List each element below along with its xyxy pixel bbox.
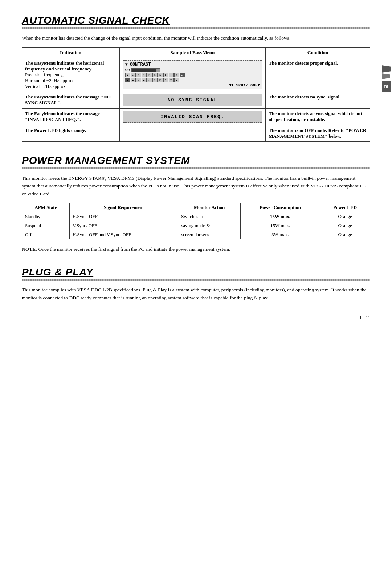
row4-condition-text: The monitor is in OFF mode. Refer to "PO… [269, 128, 366, 139]
power-row2-led: Orange [320, 221, 370, 230]
power-row-2: Suspend V.Sync. OFF saving mode & 15W ma… [22, 221, 370, 230]
row2-indication: The EasyMenu indicates the message "NO S… [22, 92, 120, 108]
easymenu-icons-row-2: ■ ◆ ◎ ◉ ○ M P S T ▬ [125, 78, 260, 82]
icon-11: ▰ [180, 73, 185, 77]
power-row1-led: Orange [320, 212, 370, 221]
easymenu-bar-bg [131, 68, 160, 72]
row2-condition: The monitor detects no sync. signal. [266, 92, 370, 108]
power-row2-state: Suspend [22, 221, 70, 230]
power-row3-consumption: 3W max. [241, 230, 320, 239]
row3-indication: The EasyMenu indicates the message "INVA… [22, 108, 120, 125]
plug-and-play-section: PLUG & PLAY This monitor complies with V… [22, 266, 370, 302]
row1-indication-text: The EasyMenu indicates the horizontal fr… [25, 60, 104, 72]
power-row1-consumption: 15W max. [241, 212, 320, 221]
icon-b9: T [169, 78, 174, 82]
signal-row-1: The EasyMenu indicates the horizontal fr… [22, 58, 370, 92]
icon-b10: ▬ [174, 78, 179, 82]
icon-4: ☐ [142, 73, 147, 77]
power-col-action: Monitor Action [178, 203, 241, 212]
side-tab: m [382, 65, 392, 92]
power-row3-action: screen darkens [178, 230, 241, 239]
row4-indication: The Power LED lights orange. [22, 125, 120, 141]
col-header-sample: Sample of EasyMenu [119, 47, 266, 58]
plug-and-play-text: This monitor complies with VESA DDC 1/2B… [22, 286, 370, 302]
power-col-signal: Signal Requirement [69, 203, 178, 212]
easymenu-bar-fill [132, 69, 156, 72]
row1-condition: The monitor detects proper signal. [266, 58, 370, 92]
power-row-1: Standby H.Sync. OFF Switches to 15W max.… [22, 212, 370, 221]
row1-indication-detail: Precision frequency,Horizontal ±2kHz app… [25, 72, 75, 89]
power-col-led: Power LED [320, 203, 370, 212]
easymenu-bar-container: 90 [125, 68, 260, 72]
icon-1: ● [125, 73, 130, 77]
easymenu-icons-row: ● ✦ ◇ ☐ ☐ ◎ ⇆ ▮ ▫ ▯ ▰ [125, 73, 260, 77]
automatic-signal-check-title: AUTOMATIC SIGNAL CHECK [22, 15, 370, 26]
row4-sample-dash: — [189, 128, 196, 135]
signal-row-4: The Power LED lights orange. — The monit… [22, 125, 370, 141]
section-divider-2 [22, 167, 370, 169]
power-row1-action: Switches to [178, 212, 241, 221]
easymenu-freq: 31.5kHz/ 60Hz [125, 83, 260, 88]
icon-b2: ◆ [131, 78, 136, 82]
icon-b8: S [163, 78, 168, 82]
side-tab-arrow1 [382, 65, 391, 73]
icon-5: ☐ [147, 73, 152, 77]
side-tab-arrow2 [382, 73, 390, 79]
power-row2-consumption: 15W max. [241, 221, 320, 230]
power-row3-signal: H.Sync. OFF and V.Sync. OFF [69, 230, 178, 239]
power-management-title: POWER MANAGEMENT SYSTEM [22, 155, 370, 166]
plug-and-play-title: PLUG & PLAY [22, 266, 370, 278]
row1-sample: ▼ CONTRAST 90 ● ✦ ◇ [119, 58, 266, 92]
row4-sample: — [119, 125, 266, 141]
icon-3: ◇ [136, 73, 141, 77]
signal-row-2: The EasyMenu indicates the message "NO S… [22, 92, 370, 108]
power-row-3: Off H.Sync. OFF and V.Sync. OFF screen d… [22, 230, 370, 239]
icon-b6: M [152, 78, 158, 82]
easymenu-top-row: ▼ CONTRAST [125, 62, 260, 67]
power-row2-signal: V.Sync. OFF [69, 221, 178, 230]
power-management-table: APM State Signal Requirement Monitor Act… [22, 203, 370, 239]
icon-10: ▯ [174, 73, 179, 77]
invalid-scan-text: INVALID SCAN FREQ. [160, 114, 224, 120]
power-row3-state: Off [22, 230, 70, 239]
section-divider-1 [22, 27, 370, 29]
row1-indication: The EasyMenu indicates the horizontal fr… [22, 58, 120, 92]
note-text: : Once the monitor receives the first si… [36, 246, 230, 252]
no-sync-box: NO SYNC SIGNAL [123, 94, 263, 106]
automatic-signal-check-section: AUTOMATIC SIGNAL CHECK When the monitor … [22, 15, 370, 142]
page-number: 1 - 11 [22, 315, 370, 320]
icon-9: ▫ [169, 73, 174, 77]
signal-row-3: The EasyMenu indicates the message "INVA… [22, 108, 370, 125]
invalid-scan-box: INVALID SCAN FREQ. [123, 111, 263, 123]
easymenu-arrow: ▼ [125, 62, 128, 67]
row2-condition-text: The monitor detects no sync. signal. [269, 94, 340, 100]
icon-b5: ○ [147, 78, 152, 82]
row3-condition: The monitor detects a sync. signal which… [266, 108, 370, 125]
easymenu-contrast-label: CONTRAST [130, 62, 151, 67]
row3-sample: INVALID SCAN FREQ. [119, 108, 266, 125]
col-header-condition: Condition [266, 47, 370, 58]
power-management-note: NOTE: Once the monitor receives the firs… [22, 245, 370, 253]
power-management-intro: This monitor meets the ENERGY STAR®, VES… [22, 174, 370, 198]
row2-indication-text: The EasyMenu indicates the message "NO S… [25, 94, 111, 105]
icon-b3: ◎ [136, 78, 141, 82]
power-row2-action: saving mode & [178, 221, 241, 230]
icon-6: ◎ [152, 73, 158, 77]
easymenu-value: 90 [125, 68, 130, 72]
power-col-state: APM State [22, 203, 70, 212]
row1-condition-text: The monitor detects proper signal. [269, 60, 338, 66]
icon-8: ▮ [163, 73, 168, 77]
section-divider-3 [22, 279, 370, 281]
icon-b7: P [158, 78, 163, 82]
icon-b1: ■ [125, 78, 130, 82]
icon-7: ⇆ [158, 73, 163, 77]
row4-indication-text: The Power LED lights orange. [25, 128, 86, 133]
automatic-signal-check-intro: When the monitor has detected the change… [22, 34, 370, 42]
note-label: NOTE [22, 246, 36, 252]
row2-sample: NO SYNC SIGNAL [119, 92, 266, 108]
power-row1-state: Standby [22, 212, 70, 221]
row4-condition: The monitor is in OFF mode. Refer to "PO… [266, 125, 370, 141]
icon-2: ✦ [131, 73, 136, 77]
col-header-indication: Indication [22, 47, 120, 58]
easymenu-full-box: ▼ CONTRAST 90 ● ✦ ◇ [123, 60, 263, 89]
